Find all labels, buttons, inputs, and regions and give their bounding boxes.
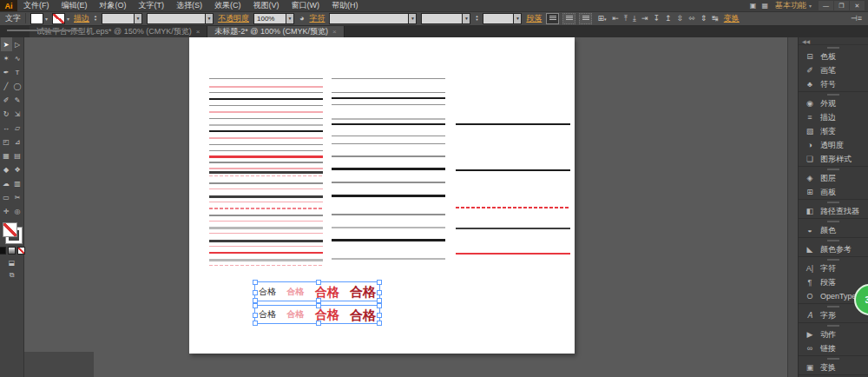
rule-line[interactable] [332, 78, 445, 79]
rotate-tool[interactable]: ↻ [1, 107, 12, 121]
distribute-icon-3[interactable]: ⇥ [641, 14, 649, 23]
fill-stroke-widget[interactable] [2, 222, 23, 244]
rule-line[interactable] [209, 259, 323, 261]
rule-line[interactable] [332, 227, 445, 228]
text-selection-box[interactable]: 合格合格合格合格 [254, 281, 380, 301]
selection-handle-n[interactable] [316, 280, 321, 285]
rule-line[interactable] [209, 150, 323, 151]
rule-line[interactable] [332, 258, 445, 260]
width-tool[interactable]: ↔ [1, 121, 12, 135]
fill-dropdown-arrow-icon[interactable]: ▾ [45, 16, 48, 22]
menu-item[interactable]: 窗口(W) [286, 0, 326, 11]
qualified-text[interactable]: 合格 [350, 285, 376, 298]
stroke-weight-select[interactable]: ▼ [102, 13, 142, 24]
rule-line[interactable] [456, 207, 570, 208]
zoom-tool[interactable]: ◎ [12, 204, 23, 218]
qualified-text[interactable]: 合格 [286, 288, 304, 296]
rule-line[interactable] [209, 195, 323, 198]
fill-indicator-none[interactable] [3, 222, 17, 237]
distribute-icon-0[interactable]: ⇤ [611, 14, 620, 23]
rule-line[interactable] [332, 136, 445, 136]
distribute-icon-7[interactable]: ⬄ [687, 14, 696, 23]
menu-item[interactable]: 视图(V) [247, 0, 286, 11]
arrange-documents-icon[interactable]: ▣ [750, 2, 757, 10]
selection-handle-n[interactable] [316, 303, 321, 308]
selection-handle-w[interactable] [253, 313, 258, 318]
rule-line[interactable] [209, 168, 323, 169]
distribute-icon-4[interactable]: ↧ [653, 14, 661, 23]
scale-tool[interactable]: ⇲ [12, 107, 23, 121]
pencil-tool[interactable]: ✎ [12, 93, 23, 107]
gradient-mode-button[interactable] [8, 247, 16, 255]
symbol-sprayer-tool[interactable]: ☁ [1, 176, 12, 190]
stroke-color-swatch[interactable] [52, 13, 65, 24]
panel-item-character[interactable]: A|字符 [799, 261, 868, 275]
selection-handle-se[interactable] [377, 321, 382, 326]
menu-item[interactable]: 文件(F) [17, 0, 56, 11]
distribute-icon-5[interactable]: ↥ [664, 14, 673, 23]
selection-handle-ne[interactable] [377, 303, 382, 308]
rule-line[interactable] [456, 123, 570, 125]
rule-line[interactable] [209, 208, 323, 209]
rule-line[interactable] [332, 97, 445, 99]
hand-tool[interactable]: ✛ [1, 204, 12, 218]
menu-item[interactable]: 效果(C) [208, 0, 247, 11]
rule-line[interactable] [332, 182, 445, 183]
selection-handle-nw[interactable] [253, 280, 258, 285]
qualified-text[interactable]: 合格 [259, 310, 276, 319]
panel-group-grip-icon[interactable] [799, 219, 868, 223]
panel-item-transform[interactable]: ▣变换 [799, 360, 868, 374]
panel-item-transparency[interactable]: ◑透明度 [799, 138, 868, 152]
distribute-icon-8[interactable]: ⇕ [700, 14, 708, 23]
align-center-button[interactable] [562, 13, 575, 24]
panel-group-grip-icon[interactable] [799, 200, 868, 204]
color-mode-button[interactable] [0, 247, 6, 255]
rule-line[interactable] [209, 124, 323, 126]
minimize-button[interactable]: — [819, 1, 833, 10]
glyph-panel-button[interactable]: ⊞▾ [596, 14, 607, 23]
panel-item-color-guide[interactable]: ◣颜色参考 [799, 242, 868, 256]
panel-group-grip-icon[interactable] [799, 92, 868, 96]
rule-line[interactable] [209, 202, 323, 202]
opacity-panel-link[interactable]: 不透明度 [218, 13, 249, 24]
menu-item[interactable]: 帮助(H) [326, 0, 365, 11]
free-transform-tool[interactable]: ▱ [12, 121, 23, 135]
rule-line[interactable] [209, 98, 323, 100]
draw-mode-button[interactable]: ⬓ [9, 259, 16, 267]
lasso-tool[interactable]: ∿ [12, 51, 23, 65]
rule-line[interactable] [209, 265, 323, 266]
paragraph-panel-link[interactable]: 段落 [526, 13, 542, 24]
transform-panel-link[interactable]: 变换 [724, 13, 740, 24]
rule-line[interactable] [332, 155, 445, 157]
panel-item-actions[interactable]: ▶动作 [799, 327, 868, 341]
document-tab[interactable]: 未标题-2* @ 100% (CMYK/预览)× [207, 25, 344, 37]
fill-color-swatch[interactable] [30, 13, 43, 24]
rule-line[interactable] [209, 137, 323, 139]
panel-group-grip-icon[interactable] [799, 167, 868, 171]
panel-item-layers[interactable]: ◈图层 [799, 171, 868, 185]
panel-group-grip-icon[interactable] [799, 356, 868, 360]
pen-tool[interactable]: ✒ [1, 65, 12, 79]
rule-line[interactable] [209, 246, 323, 247]
dock-toggle-icon[interactable]: ⊣≡ [850, 14, 863, 23]
panel-item-graphic-styles[interactable]: ❏图形样式 [799, 152, 868, 166]
none-mode-button[interactable] [17, 247, 25, 255]
text-selection-box[interactable]: 合格合格合格合格 [254, 305, 380, 324]
selection-handle-sw[interactable] [253, 321, 258, 326]
rule-line[interactable] [209, 118, 323, 119]
menu-item[interactable]: 对象(O) [94, 0, 133, 11]
panel-item-gradient[interactable]: ▧渐变 [799, 124, 868, 138]
gradient-tool[interactable]: ▤ [12, 149, 23, 162]
rule-line[interactable] [209, 78, 323, 79]
layout-icon[interactable]: ▦ [761, 2, 768, 10]
rule-line[interactable] [209, 215, 323, 216]
rule-line[interactable] [332, 214, 445, 215]
column-graph-tool[interactable]: ▥ [12, 176, 23, 190]
character-panel-link[interactable]: 字符 [309, 13, 325, 24]
font-size-stepper[interactable]: ▲▼ [475, 15, 478, 22]
rule-line[interactable] [332, 118, 445, 120]
selection-handle-e[interactable] [377, 313, 382, 318]
restore-button[interactable]: ❐ [834, 1, 849, 10]
align-left-button[interactable] [546, 13, 559, 24]
panel-group-grip-icon[interactable] [799, 238, 868, 242]
